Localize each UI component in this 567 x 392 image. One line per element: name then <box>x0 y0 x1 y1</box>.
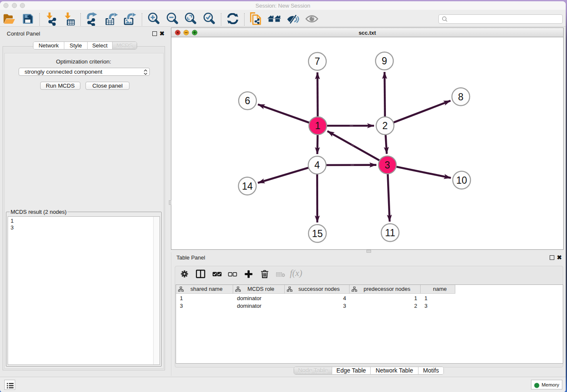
svg-text:1: 1 <box>315 120 321 131</box>
svg-text:10: 10 <box>456 175 467 186</box>
svg-text:14: 14 <box>242 181 253 192</box>
svg-text:11: 11 <box>385 227 395 238</box>
svg-text:2: 2 <box>383 120 388 131</box>
svg-text:6: 6 <box>245 95 250 106</box>
svg-text:9: 9 <box>382 55 387 66</box>
svg-text:15: 15 <box>312 228 323 239</box>
svg-text:7: 7 <box>315 56 320 67</box>
svg-text:4: 4 <box>314 160 320 171</box>
svg-text:8: 8 <box>458 91 464 102</box>
svg-text:3: 3 <box>385 160 390 171</box>
